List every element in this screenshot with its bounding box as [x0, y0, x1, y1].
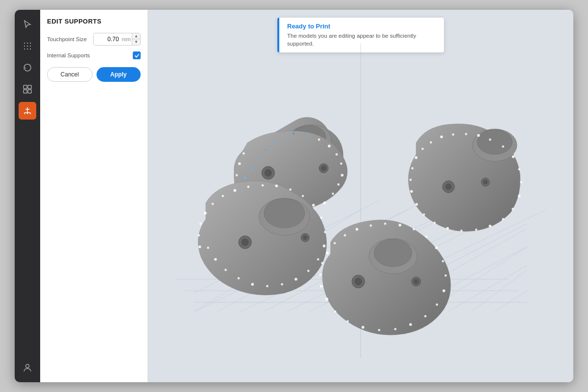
svg-point-146 — [356, 228, 359, 231]
svg-point-157 — [424, 315, 427, 318]
sidebar — [15, 10, 40, 382]
panel-title: EDIT SUPPORTS — [47, 18, 141, 25]
top-area: EDIT SUPPORTS Touchpoint Size mm ▲ ▼ — [40, 10, 573, 382]
svg-point-160 — [378, 329, 380, 331]
stepper-down-btn[interactable]: ▼ — [132, 39, 140, 45]
svg-point-47 — [271, 142, 274, 144]
svg-point-122 — [324, 231, 326, 233]
svg-point-115 — [247, 186, 249, 188]
svg-point-74 — [321, 166, 326, 171]
svg-point-43 — [244, 176, 246, 179]
button-row: Cancel Apply — [47, 67, 141, 82]
svg-rect-5 — [30, 46, 31, 47]
svg-point-45 — [258, 158, 260, 160]
svg-point-81 — [421, 147, 424, 150]
svg-point-49 — [293, 132, 295, 135]
svg-rect-4 — [27, 46, 28, 47]
svg-point-97 — [460, 229, 463, 232]
svg-point-163 — [334, 311, 337, 313]
svg-point-151 — [425, 236, 428, 238]
cancel-button[interactable]: Cancel — [47, 67, 93, 82]
user-icon[interactable] — [19, 359, 36, 376]
svg-point-63 — [340, 163, 343, 165]
svg-point-156 — [436, 303, 438, 306]
grid-dots-icon[interactable] — [19, 37, 36, 55]
edit-supports-panel: EDIT SUPPORTS Touchpoint Size mm ▲ ▼ — [40, 10, 148, 382]
svg-point-162 — [346, 320, 349, 322]
svg-point-85 — [465, 133, 467, 135]
svg-rect-1 — [27, 43, 28, 44]
svg-point-105 — [483, 180, 488, 184]
internal-supports-checkbox[interactable] — [133, 51, 141, 59]
svg-point-101 — [415, 203, 418, 206]
svg-point-132 — [214, 258, 217, 261]
svg-rect-2 — [30, 43, 31, 44]
svg-point-127 — [281, 283, 283, 286]
svg-point-119 — [302, 195, 304, 197]
svg-point-130 — [238, 277, 240, 280]
svg-point-158 — [409, 323, 412, 326]
scene-svg — [148, 10, 573, 382]
support-icon[interactable] — [19, 102, 36, 120]
svg-point-66 — [318, 139, 320, 141]
svg-point-117 — [275, 184, 278, 187]
svg-point-120 — [312, 204, 315, 207]
svg-point-48 — [281, 137, 283, 139]
svg-point-129 — [251, 283, 254, 286]
svg-point-124 — [317, 258, 319, 261]
touchpoint-label: Touchpoint Size — [47, 36, 89, 42]
touchpoint-input[interactable] — [94, 34, 122, 45]
svg-point-161 — [362, 326, 365, 329]
svg-point-110 — [199, 222, 202, 225]
svg-point-103 — [445, 184, 452, 190]
3d-viewport[interactable]: Ready to Print The models you are editin… — [148, 10, 573, 382]
svg-rect-6 — [24, 49, 25, 49]
svg-rect-8 — [30, 49, 31, 49]
svg-point-72 — [265, 169, 272, 176]
svg-point-112 — [212, 203, 214, 205]
svg-point-94 — [502, 218, 504, 220]
svg-point-98 — [446, 227, 449, 230]
svg-point-140 — [320, 285, 323, 288]
svg-point-141 — [319, 273, 322, 276]
svg-rect-9 — [24, 85, 27, 89]
svg-point-159 — [394, 328, 396, 330]
svg-point-50 — [304, 133, 306, 135]
svg-rect-11 — [24, 90, 27, 93]
cursor-icon[interactable] — [19, 16, 36, 33]
svg-point-86 — [477, 134, 480, 137]
apply-button[interactable]: Apply — [97, 67, 141, 82]
svg-point-79 — [411, 167, 414, 170]
svg-point-61 — [337, 183, 340, 186]
layout-icon[interactable] — [19, 80, 36, 98]
svg-point-139 — [374, 239, 412, 267]
svg-point-164 — [325, 298, 328, 301]
3d-scene — [148, 10, 573, 382]
svg-point-135 — [242, 239, 249, 246]
touchpoint-unit: mm — [122, 36, 132, 42]
rotate-icon[interactable] — [19, 59, 36, 76]
svg-point-60 — [332, 193, 334, 195]
stepper-up-btn[interactable]: ▲ — [132, 33, 140, 39]
svg-point-108 — [198, 245, 201, 248]
svg-point-121 — [320, 217, 322, 219]
svg-point-87 — [489, 139, 491, 141]
svg-point-154 — [444, 274, 447, 277]
svg-point-142 — [321, 262, 323, 264]
svg-line-37 — [448, 266, 527, 312]
svg-rect-0 — [24, 43, 25, 44]
svg-point-92 — [518, 195, 521, 197]
internal-supports-row: Internal Supports — [47, 51, 141, 59]
svg-point-144 — [334, 242, 336, 245]
svg-point-137 — [303, 235, 307, 240]
svg-point-76 — [477, 129, 513, 154]
svg-point-96 — [475, 229, 478, 231]
svg-point-155 — [442, 290, 445, 293]
svg-point-82 — [430, 141, 432, 144]
svg-point-153 — [442, 260, 444, 263]
svg-point-113 — [221, 195, 224, 197]
app-window: EDIT SUPPORTS Touchpoint Size mm ▲ ▼ — [15, 10, 573, 382]
svg-point-152 — [435, 246, 438, 249]
internal-supports-label: Internal Supports — [47, 52, 129, 58]
svg-line-38 — [495, 291, 527, 311]
